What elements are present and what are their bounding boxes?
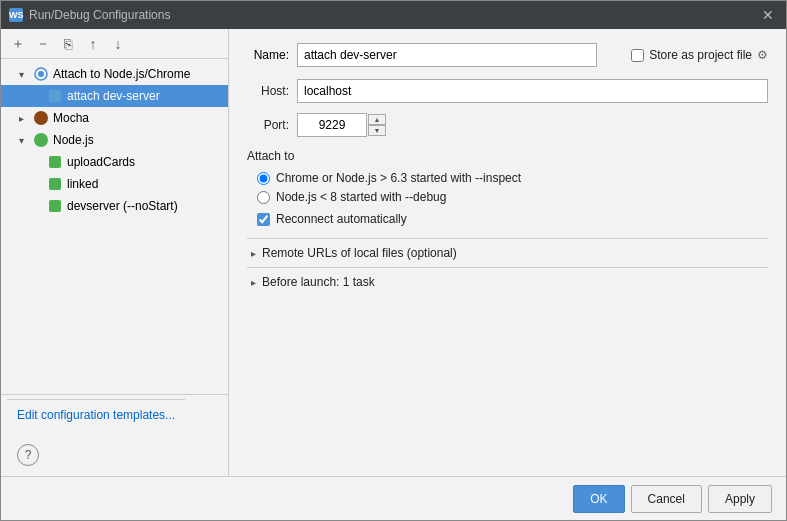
tree-item-linked[interactable]: linked: [1, 173, 228, 195]
linked-icon: [47, 176, 63, 192]
tree-toolbar: ＋ － ⎘ ↑ ↓: [1, 29, 228, 59]
store-settings-icon[interactable]: ⚙: [757, 48, 768, 62]
svg-rect-3: [49, 156, 61, 168]
svg-rect-4: [49, 178, 61, 190]
radio-debug-label: Node.js < 8 started with --debug: [276, 190, 446, 204]
before-launch-section: ▸ Before launch: 1 task: [247, 267, 768, 296]
dialog-title: Run/Debug Configurations: [29, 8, 170, 22]
content-area: ＋ － ⎘ ↑ ↓ ▾: [1, 29, 786, 476]
port-row: Port: ▲ ▼: [247, 113, 768, 137]
reconnect-label: Reconnect automatically: [276, 212, 407, 226]
before-launch-header[interactable]: ▸ Before launch: 1 task: [247, 268, 768, 296]
port-input[interactable]: [297, 113, 367, 137]
tree-item-devserver[interactable]: devserver (--noStart): [1, 195, 228, 217]
name-row: Name: Store as project file ⚙: [247, 43, 768, 67]
title-bar-left: WS Run/Debug Configurations: [9, 8, 170, 22]
tree-group-attach: ▾ Attach to Node.js/Chrome: [1, 63, 228, 107]
name-input[interactable]: [297, 43, 597, 67]
mocha-icon: [33, 110, 49, 126]
tree-group-mocha: ▸ Mocha: [1, 107, 228, 129]
port-label: Port:: [247, 118, 297, 132]
store-project-label: Store as project file: [649, 48, 752, 62]
radio-item-1: Chrome or Node.js > 6.3 started with --i…: [257, 171, 768, 185]
port-down-button[interactable]: ▼: [368, 125, 386, 136]
app-icon: WS: [9, 8, 23, 22]
help-area: ?: [1, 434, 228, 476]
attach-group-icon: [33, 66, 49, 82]
radio-item-2: Node.js < 8 started with --debug: [257, 190, 768, 204]
tree-item-attach-dev-server[interactable]: attach dev-server: [1, 85, 228, 107]
tree-group-item-nodejs[interactable]: ▾ Node.js: [1, 129, 228, 151]
before-launch-arrow: ▸: [251, 277, 256, 288]
cancel-button[interactable]: Cancel: [631, 485, 702, 513]
remove-config-button[interactable]: －: [32, 33, 54, 55]
run-debug-dialog: WS Run/Debug Configurations ✕ ＋ － ⎘ ↑ ↓ …: [0, 0, 787, 521]
remote-urls-arrow: ▸: [251, 248, 256, 259]
ok-button[interactable]: OK: [573, 485, 624, 513]
before-launch-label: Before launch: 1 task: [262, 275, 375, 289]
store-project-wrap: Store as project file ⚙: [631, 48, 768, 62]
remote-urls-label: Remote URLs of local files (optional): [262, 246, 457, 260]
edit-templates-link[interactable]: Edit configuration templates...: [7, 399, 185, 430]
bottom-bar: OK Cancel Apply: [1, 476, 786, 520]
nodejs-icon: [33, 132, 49, 148]
devserver-label: devserver (--noStart): [67, 199, 178, 213]
remote-urls-header[interactable]: ▸ Remote URLs of local files (optional): [247, 239, 768, 267]
tree-group-item-mocha[interactable]: ▸ Mocha: [1, 107, 228, 129]
apply-button[interactable]: Apply: [708, 485, 772, 513]
help-button[interactable]: ?: [17, 444, 39, 466]
expand-arrow-nodejs: ▾: [19, 135, 33, 146]
left-panel-bottom: Edit configuration templates...: [1, 394, 228, 434]
move-down-button[interactable]: ↓: [107, 33, 129, 55]
expand-arrow-attach: ▾: [19, 69, 33, 80]
linked-label: linked: [67, 177, 98, 191]
radio-debug[interactable]: [257, 191, 270, 204]
name-label: Name:: [247, 48, 297, 62]
title-bar: WS Run/Debug Configurations ✕: [1, 1, 786, 29]
radio-group: Chrome or Node.js > 6.3 started with --i…: [247, 171, 768, 204]
svg-rect-2: [49, 90, 61, 102]
config-tree: ▾ Attach to Node.js/Chrome: [1, 59, 228, 394]
add-config-button[interactable]: ＋: [7, 33, 29, 55]
mocha-group-label: Mocha: [53, 111, 89, 125]
radio-inspect-label: Chrome or Node.js > 6.3 started with --i…: [276, 171, 521, 185]
attach-to-label: Attach to: [247, 149, 768, 163]
port-spinner: ▲ ▼: [368, 114, 386, 136]
right-panel: Name: Store as project file ⚙ Host: Port…: [229, 29, 786, 476]
uploadcards-icon: [47, 154, 63, 170]
attach-to-section: Attach to Chrome or Node.js > 6.3 starte…: [247, 147, 768, 212]
uploadcards-label: uploadCards: [67, 155, 135, 169]
host-label: Host:: [247, 84, 297, 98]
attach-group-label: Attach to Node.js/Chrome: [53, 67, 190, 81]
port-up-button[interactable]: ▲: [368, 114, 386, 125]
close-button[interactable]: ✕: [758, 5, 778, 25]
svg-point-1: [38, 71, 44, 77]
left-panel: ＋ － ⎘ ↑ ↓ ▾: [1, 29, 229, 476]
tree-group-item-attach[interactable]: ▾ Attach to Node.js/Chrome: [1, 63, 228, 85]
reconnect-checkbox[interactable]: [257, 213, 270, 226]
svg-rect-5: [49, 200, 61, 212]
tree-group-nodejs: ▾ Node.js uploadCards: [1, 129, 228, 217]
host-row: Host:: [247, 79, 768, 103]
tree-item-uploadcards[interactable]: uploadCards: [1, 151, 228, 173]
host-input[interactable]: [297, 79, 768, 103]
remote-urls-section: ▸ Remote URLs of local files (optional): [247, 238, 768, 267]
expand-arrow-mocha: ▸: [19, 113, 33, 124]
devserver-icon: [47, 198, 63, 214]
attach-dev-server-label: attach dev-server: [67, 89, 160, 103]
store-project-checkbox[interactable]: [631, 49, 644, 62]
radio-inspect[interactable]: [257, 172, 270, 185]
copy-config-button[interactable]: ⎘: [57, 33, 79, 55]
attach-dev-server-icon: [47, 88, 63, 104]
move-up-button[interactable]: ↑: [82, 33, 104, 55]
nodejs-group-label: Node.js: [53, 133, 94, 147]
reconnect-row: Reconnect automatically: [247, 212, 768, 226]
